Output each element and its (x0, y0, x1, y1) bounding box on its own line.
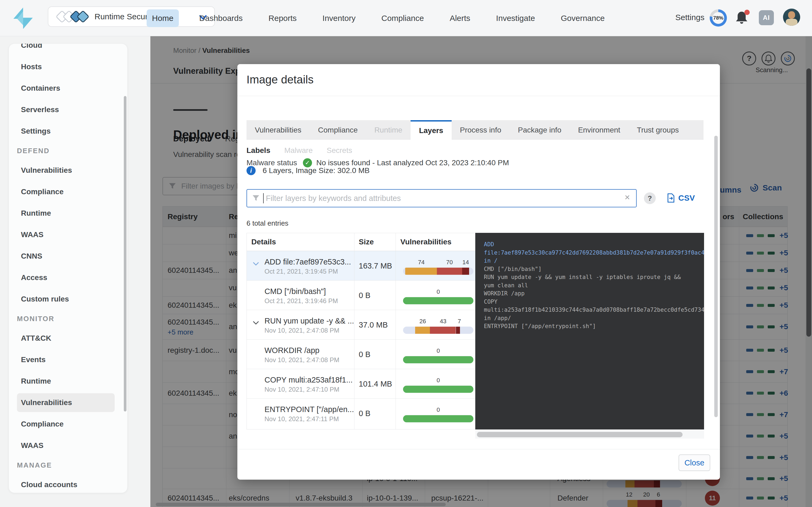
malware-status-value: No issues found - Last analyzed Oct 23, … (316, 159, 509, 167)
layer-command: ENTRYPOINT ["/app/en... (264, 405, 354, 414)
sidebar-section-manage: MANAGE (9, 456, 127, 474)
sidebar-item-containers[interactable]: Containers (9, 77, 127, 99)
modal-tab-compliance[interactable]: Compliance (310, 120, 366, 140)
vulnerability-bar: 0 (403, 376, 473, 393)
severity-bar-track (403, 297, 473, 304)
layers-filter-input[interactable]: Filter layers by keywords and attributes… (247, 189, 637, 207)
sidebar-item-vulnerabilities[interactable]: Vulnerabilities (9, 160, 127, 181)
settings-link[interactable]: Settings (675, 13, 704, 22)
clean-segment (403, 415, 473, 422)
sidebar-scrollbar-thumb[interactable] (124, 96, 126, 411)
layer-size: 0 B (359, 409, 370, 418)
nav-item-inventory[interactable]: Inventory (317, 9, 361, 27)
layer-size: 163.7 MB (359, 261, 392, 270)
notification-badge-dot (744, 10, 750, 15)
modal-title: Image details (247, 73, 314, 86)
layer-size: 0 B (359, 350, 370, 359)
layer-date: Nov 10, 2021, 2:47:11 PM (264, 415, 339, 423)
sidebar-item-custom-rules[interactable]: Custom rules (9, 288, 127, 310)
modal-header: Image details (237, 64, 720, 96)
layer-date: Nov 10, 2021, 2:47:08 PM (264, 356, 340, 364)
sidebar-item-waas[interactable]: WAAS (9, 224, 127, 245)
sidebar-item-runtime[interactable]: Runtime (9, 371, 127, 392)
sidebar-item-vulnerabilities[interactable]: Vulnerabilities (17, 393, 115, 412)
modal-tab-vulnerabilities[interactable]: Vulnerabilities (247, 120, 310, 140)
dockerfile-hscroll-track[interactable] (475, 431, 704, 439)
nav-item-dashboards[interactable]: Dashboards (194, 9, 248, 27)
sidebar-item-access[interactable]: Access (9, 267, 127, 288)
sidebar-item-events[interactable]: Events (9, 349, 127, 371)
sidebar-item-compliance[interactable]: Compliance (9, 413, 127, 435)
close-button[interactable]: Close (678, 454, 710, 471)
sidebar-item-cloud[interactable]: Cloud (9, 44, 127, 56)
sidebar-item-compliance[interactable]: Compliance (9, 181, 127, 203)
clean-segment (403, 386, 473, 393)
bar-count-label: 74 (418, 259, 424, 266)
sidebar-item-cnns[interactable]: CNNS (9, 245, 127, 267)
sidebar-item-waas[interactable]: WAAS (9, 435, 127, 456)
sidebar-section-monitor: MONITOR (9, 310, 127, 328)
dockerfile-line: WORKDIR /app (484, 289, 696, 298)
layers-filter-placeholder: Filter layers by keywords and attributes (266, 194, 401, 203)
nav-item-investigate[interactable]: Investigate (491, 9, 540, 27)
layer-command: CMD ["/bin/bash"] (264, 287, 326, 296)
severity-bar-track (403, 268, 473, 275)
modal-subtabs: LabelsMalwareSecrets (247, 146, 352, 155)
bar-count-label: 0 (437, 288, 440, 295)
dockerfile-line: in / (484, 257, 696, 265)
vulnerability-bar: 0 (403, 406, 473, 422)
modal-tab-runtime: Runtime (366, 120, 411, 140)
nav-item-reports[interactable]: Reports (263, 9, 302, 27)
sidebar-section-defend: DEFEND (9, 142, 127, 160)
col-details[interactable]: Details (251, 238, 276, 246)
sidebar-item-att-ck[interactable]: ATT&CK (9, 328, 127, 349)
notifications-button[interactable] (735, 11, 749, 26)
nav-item-governance[interactable]: Governance (555, 9, 610, 27)
nav-item-home[interactable]: Home (147, 9, 179, 27)
sidebar-item-settings[interactable]: Settings (9, 120, 127, 142)
severity-bar-track (403, 386, 473, 393)
layer-date: Nov 10, 2021, 2:47:08 PM (264, 327, 340, 334)
modal-tab-trust-groups[interactable]: Trust groups (628, 120, 687, 140)
col-size[interactable]: Size (359, 238, 374, 246)
prisma-cloud-logo[interactable] (13, 7, 33, 29)
modal-tab-environment[interactable]: Environment (570, 120, 628, 140)
nav-item-compliance[interactable]: Compliance (376, 9, 429, 27)
dockerfile-hscroll-thumb[interactable] (477, 432, 682, 437)
modal-tab-package-info[interactable]: Package info (510, 120, 570, 140)
vulnerability-bar: 0 (403, 347, 473, 363)
bar-count-label: 14 (462, 259, 469, 266)
modal-scrollbar-thumb[interactable] (714, 136, 718, 417)
modal-tab-layers[interactable]: Layers (411, 120, 451, 140)
expand-chevron-icon[interactable] (253, 321, 259, 326)
sidebar-item-cloud-accounts[interactable]: Cloud accounts (9, 474, 127, 493)
filter-help-button[interactable]: ? (644, 192, 656, 204)
sidebar-item-hosts[interactable]: Hosts (9, 56, 127, 77)
high-segment (437, 268, 462, 275)
csv-export-button[interactable]: CSV (666, 193, 695, 203)
clear-filter-icon[interactable]: ✕ (624, 193, 630, 202)
bar-count-label: 43 (440, 318, 446, 325)
vulnerability-bar: 747014 (403, 258, 473, 275)
medium-segment (405, 268, 437, 275)
user-avatar[interactable] (783, 9, 800, 26)
column-divider (396, 233, 396, 429)
nav-item-alerts[interactable]: Alerts (444, 9, 476, 27)
bar-count-label: 7 (458, 318, 461, 325)
sidebar-item-serverless[interactable]: Serverless (9, 99, 127, 120)
expand-chevron-icon[interactable] (253, 262, 259, 267)
clean-segment (403, 297, 473, 304)
modal-subtab-malware: Malware (284, 146, 313, 155)
modal-tab-process-info[interactable]: Process info (452, 120, 510, 140)
usage-ring[interactable]: 78% (710, 9, 727, 26)
layer-command: RUN yum update -y && ... (264, 317, 354, 325)
severity-bar-track (403, 356, 473, 363)
modal-subtab-labels[interactable]: Labels (247, 146, 270, 155)
col-vulnerabilities[interactable]: Vulnerabilities (400, 238, 451, 246)
high-segment (430, 327, 456, 334)
ai-assistant-button[interactable]: AI (759, 10, 774, 25)
csv-export-label: CSV (678, 193, 695, 203)
vulnerability-bar: 26437 (403, 317, 473, 334)
sidebar-item-runtime[interactable]: Runtime (9, 203, 127, 224)
severity-bar-track (403, 327, 473, 334)
